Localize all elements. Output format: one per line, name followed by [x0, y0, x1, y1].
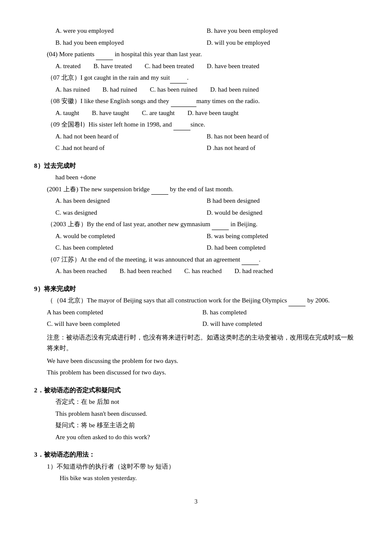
question-04bj: （（04 北京）The mayor of Beijing says that a…	[34, 295, 358, 330]
usage-1-example: His bike was stolen yesterday.	[60, 475, 137, 481]
negative-label: 否定式：在 be 后加 not	[55, 398, 119, 405]
q07js-optC: C. has reached	[184, 266, 222, 277]
q2001-text: (2001 上春) The new suspension bridge by t…	[47, 186, 233, 193]
q2003-optD: D. had been completed	[207, 242, 358, 253]
question-08ah: （08 安徽）I like these English songs and th…	[34, 96, 358, 118]
q07js-text: （07 江苏）At the end of the meeting, it was…	[47, 256, 260, 263]
question-04: (04) More patients in hospital this year…	[34, 49, 358, 72]
example-9-1: We have been discussing the problem for …	[47, 357, 178, 364]
q04bj-optD: D. will have completed	[202, 319, 358, 330]
page-content: A. were you employed B. have you been em…	[34, 26, 358, 484]
q04-optB: B. have treated	[93, 61, 132, 72]
question-07bj: （07 北京）I got caught in the rain and my s…	[34, 72, 358, 95]
q07bj-text: （07 北京）I got caught in the rain and my s…	[47, 74, 188, 81]
question-2001spring: (2001 上春) The new suspension bridge by t…	[34, 184, 358, 219]
q2001-optC: C. was designed	[55, 207, 207, 219]
q07js-optB: B. had been reached	[120, 266, 172, 277]
note-9-text: 注意：被动语态没有完成进行时，也没有将来进行时态。如遇这类时态的主动变被动，改用…	[47, 334, 354, 352]
option-A: A. were you employed	[55, 26, 207, 37]
q2001-optA: A. has been designed	[55, 196, 207, 207]
q04-text: (04) More patients in hospital this year…	[47, 51, 202, 58]
note-block-9: 注意：被动语态没有完成进行时，也没有将来进行时态。如遇这类时态的主动变被动，改用…	[47, 332, 358, 378]
example-9-2: This problem has been discussed for two …	[47, 369, 166, 376]
q08ah-optA: A. taught	[55, 108, 79, 119]
q2003-optB: B. was being completed	[207, 231, 358, 242]
q04bj-optA: A has been completed	[47, 307, 202, 318]
q09-optD: D .has not heard of	[207, 143, 358, 154]
q09-text: （09 全国卷Ⅰ）His sister left home in 1998, a…	[47, 121, 205, 128]
option-B: B. have you been employed	[207, 26, 358, 37]
q08ah-optB: B. have taught	[92, 108, 129, 119]
q07bj-optD: D. had been ruined	[210, 84, 259, 95]
section-2-passive: 2．被动语态的否定式和疑问式 否定式：在 be 后加 not This prob…	[34, 385, 358, 443]
section-9-title: 9）将来完成时	[34, 285, 76, 292]
section-8-formula: had been +done	[55, 174, 96, 181]
q04-optC: C. had been treated	[145, 61, 194, 72]
section-3-title: 3．被动语态的用法：	[34, 451, 95, 458]
q07bj-optA: A. has ruined	[55, 84, 89, 95]
question-07js: （07 江苏）At the end of the meeting, it was…	[34, 254, 358, 277]
section-2-title: 2．被动语态的否定式和疑问式	[34, 387, 121, 394]
q08ah-optD: D. have been taught	[187, 108, 239, 119]
usage-1-title: 1）不知道动作的执行者（这时不带 by 短语）	[47, 463, 175, 470]
q2003-text: （2003 上春）By the end of last year, anothe…	[47, 221, 257, 227]
section-8-title: 8）过去完成时	[34, 162, 76, 169]
section-3-passive: 3．被动语态的用法： 1）不知道动作的执行者（这时不带 by 短语） His b…	[34, 449, 358, 484]
option-C: B. had you been employed	[55, 37, 207, 49]
question-09guoI: （09 全国卷Ⅰ）His sister left home in 1998, a…	[34, 119, 358, 154]
section-8: 8）过去完成时 had been +done (2001 上春) The new…	[34, 161, 358, 277]
q07bj-optB: B. had ruined	[102, 84, 137, 95]
question-example: Are you often asked to do this work?	[55, 434, 150, 440]
q09-optB: B. has not been heard of	[207, 131, 358, 142]
section-9: 9）将来完成时 （（04 北京）The mayor of Beijing say…	[34, 284, 358, 378]
negative-example: This problem hasn't been discussed.	[55, 410, 147, 417]
q04bj-optC: C. will have been completed	[47, 319, 202, 330]
q07js-optA: A. has been reached	[55, 266, 107, 277]
question-label: 疑问式：将 be 移至主语之前	[55, 422, 135, 429]
q04bj-text: （（04 北京）The mayor of Beijing says that a…	[47, 297, 330, 304]
q04-optA: A. treated	[55, 61, 81, 72]
option-D: D. will you be employed	[207, 37, 358, 49]
q08ah-text: （08 安徽）I like these English songs and th…	[47, 98, 260, 104]
page-number: 3	[34, 497, 358, 507]
q2001-optB: B had been designed	[207, 196, 358, 207]
q07js-optD: D. had reached	[234, 266, 273, 277]
q08ah-optC: C. are taught	[142, 108, 175, 119]
question-2003spring: （2003 上春）By the end of last year, anothe…	[34, 219, 358, 253]
q2003-optA: A. would be completed	[55, 231, 207, 242]
q09-optA: A. had not been heard of	[55, 131, 207, 142]
question-options-block: A. were you employed B. have you been em…	[34, 26, 358, 48]
q04bj-optB: B. has completed	[202, 307, 358, 318]
q09-optC: C .had not heard of	[55, 143, 207, 154]
q07bj-optC: C. has been ruined	[150, 84, 198, 95]
q2003-optC: C. has been completed	[55, 242, 207, 253]
q04-optD: D. have been treated	[207, 61, 259, 72]
q2001-optD: D. would be designed	[207, 207, 358, 219]
